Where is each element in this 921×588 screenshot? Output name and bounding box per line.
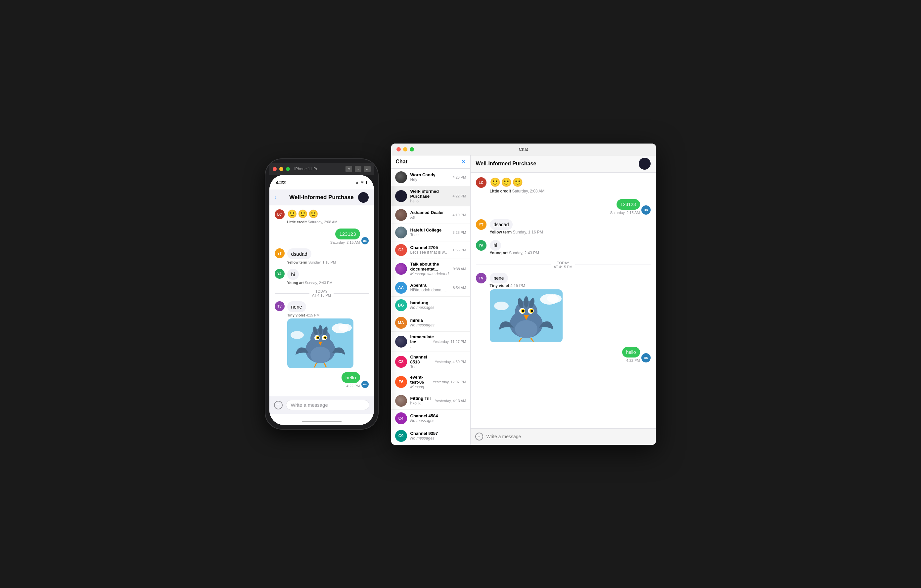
window-maximize-button[interactable] [410, 147, 414, 151]
svg-point-21 [494, 302, 509, 310]
message-bubble: nene [287, 301, 306, 312]
avatar-image [395, 227, 407, 239]
chat-list-item[interactable]: Talk about the documentat... Message was… [391, 259, 470, 279]
chat-name: Well-informed Purchase [410, 189, 449, 199]
chat-preview: Hey [410, 177, 449, 182]
status-icons: ▲ ≋ ▮ [355, 180, 367, 185]
attach-button[interactable]: + [274, 401, 283, 409]
mac-sent-avatar: BS [641, 205, 651, 214]
mac-date-text: TODAYAT 4:15 PM [554, 261, 573, 269]
chat-preview: hko;jk [410, 401, 432, 406]
sim-icon-1[interactable]: ⊙ [345, 166, 352, 172]
sim-icon-2[interactable]: ⌂ [355, 166, 361, 172]
mac-message-input[interactable] [487, 434, 651, 439]
chat-contact-avatar[interactable] [639, 158, 651, 170]
sim-min-dot[interactable] [279, 167, 283, 171]
mac-message-row: TV nene Tiny violet 4:15 PM [476, 273, 651, 342]
mac-sender-name: Little credit [490, 189, 511, 193]
chat-preview: No messages [410, 305, 463, 310]
mac-titlebar: Chat [391, 143, 656, 156]
window-close-button[interactable] [397, 147, 401, 151]
svg-point-25 [524, 296, 529, 307]
sent-avatar: BS [361, 381, 369, 388]
chat-info: Fitting Till hko;jk [410, 396, 432, 406]
chat-preview: Let's see if that is working :) [410, 250, 449, 255]
simulator-toolbar: iPhone 11 Pr... ⊙ ⌂ ↔ [269, 163, 374, 175]
chat-list-item-active[interactable]: Well-informed Purchase hello 4:22 PM [391, 186, 470, 206]
chat-list-item[interactable]: AA Abentra Ništa, odoh doma. Dobra je ap… [391, 279, 470, 297]
chat-list-item[interactable]: Fitting Till hko;jk Yesterday, 4:13 AM [391, 392, 470, 410]
chat-preview: Message was deleted [410, 385, 430, 389]
chat-list-item[interactable]: C2 Channel 2705 Let's see if that is wor… [391, 241, 470, 259]
message-bubble: hi [287, 269, 299, 280]
chat-list-item[interactable]: MA mirela No messages [391, 314, 470, 332]
contact-avatar[interactable] [358, 192, 369, 203]
chat-list-item[interactable]: BG bandung No messages [391, 297, 470, 314]
window-minimize-button[interactable] [403, 147, 407, 151]
sidebar-title: Chat [396, 159, 408, 165]
chat-info: Channel 4584 No messages [410, 413, 463, 423]
mac-message-avatar: TV [476, 273, 487, 283]
sim-icon-3[interactable]: ↔ [364, 166, 371, 172]
mac-bubble: hi [490, 240, 501, 251]
chat-avatar [395, 171, 407, 183]
mac-sent-content: 123123 Saturday, 2:15 AM [610, 199, 640, 214]
chat-name: Talk about the documentat... [410, 262, 450, 271]
mac-sender-name: Yellow term [490, 230, 512, 234]
chat-time: 1:56 PM [453, 248, 466, 252]
svg-point-15 [311, 347, 330, 363]
svg-point-14 [324, 337, 326, 339]
message-sender: Tiny violet 4:15 PM [287, 313, 353, 317]
mac-main-chat: Well-informed Purchase LC 🙂🙂🙂 Little cre… [470, 156, 656, 445]
message-row: YA hi Young art Sunday, 2:43 PM [275, 269, 369, 286]
sender-name: Young art [287, 281, 304, 285]
chat-list-item[interactable]: Hateful College Teset 3:28 PM [391, 224, 470, 241]
chat-preview: No messages [410, 418, 463, 423]
chat-info: event-test-06 Message was deleted [410, 375, 430, 389]
message-sender: Yellow term Sunday, 1:16 PM [287, 260, 336, 264]
mac-attach-button[interactable]: + [475, 432, 483, 440]
mac-sent-time: 4:22 PM [626, 359, 640, 362]
message-input[interactable]: Write a message [286, 400, 369, 410]
sim-max-dot[interactable] [286, 167, 290, 171]
mac-sender-name: Tiny violet [490, 283, 509, 288]
chat-avatar: E6 [395, 376, 407, 388]
chat-avatar [395, 227, 407, 239]
chat-list-item[interactable]: C8 Channel 8513 Test Yesterday, 4:50 PM [391, 352, 470, 372]
svg-point-2 [338, 324, 352, 332]
chat-time: Yesterday, 11:27 PM [433, 339, 466, 344]
chat-name: event-test-06 [410, 375, 430, 385]
chat-list-item[interactable]: C9 Channel 9357 No messages [391, 427, 470, 445]
chat-preview: Teset [410, 232, 449, 237]
chat-list-item[interactable]: Ashamed Dealer As 4:19 PM [391, 206, 470, 224]
sim-close-dot[interactable] [273, 167, 277, 171]
sent-message-row: 123123 Saturday, 2:15 AM BS [275, 229, 369, 244]
mac-main-header: Well-informed Purchase [470, 156, 656, 173]
message-bubble: dsadad [287, 249, 311, 259]
chat-avatar [395, 209, 407, 221]
message-time: Saturday, 2:15 AM [330, 240, 360, 244]
chat-info: Well-informed Purchase hello [410, 189, 449, 203]
svg-point-33 [515, 320, 537, 338]
message-bubble-sent: 123123 [335, 229, 360, 239]
chat-time: Yesterday, 4:50 PM [435, 360, 466, 364]
chat-name: Hateful College [410, 227, 449, 232]
chat-info: Ashamed Dealer As [410, 210, 449, 219]
chat-list-item[interactable]: E6 event-test-06 Message was deleted Yes… [391, 372, 470, 392]
sent-avatar: BS [361, 237, 369, 244]
chat-list-item[interactable]: Worn Candy Hey 4:26 PM [391, 169, 470, 186]
avatar-image [395, 171, 407, 183]
sidebar-close-button[interactable]: ✕ [461, 159, 465, 165]
chat-name: bandung [410, 300, 463, 305]
avatar-image [395, 395, 407, 407]
mac-message-row: LC 🙂🙂🙂 Little credit Saturday, 2:08 AM [476, 177, 651, 195]
message-avatar: YT [275, 249, 285, 258]
chat-list-item[interactable]: Immaculate Ice . Yesterday, 11:27 PM [391, 332, 470, 352]
window-controls [397, 147, 414, 151]
chat-preview: hello [410, 199, 449, 203]
chat-list-item[interactable]: C4 Channel 4584 No messages [391, 410, 470, 427]
sent-content: hello 4:22 PM [342, 372, 360, 388]
chat-preview: Ništa, odoh doma. Dobra je aplikacija... [410, 288, 450, 292]
chat-info: Hateful College Teset [410, 227, 449, 237]
back-button[interactable]: ‹ [275, 194, 277, 201]
